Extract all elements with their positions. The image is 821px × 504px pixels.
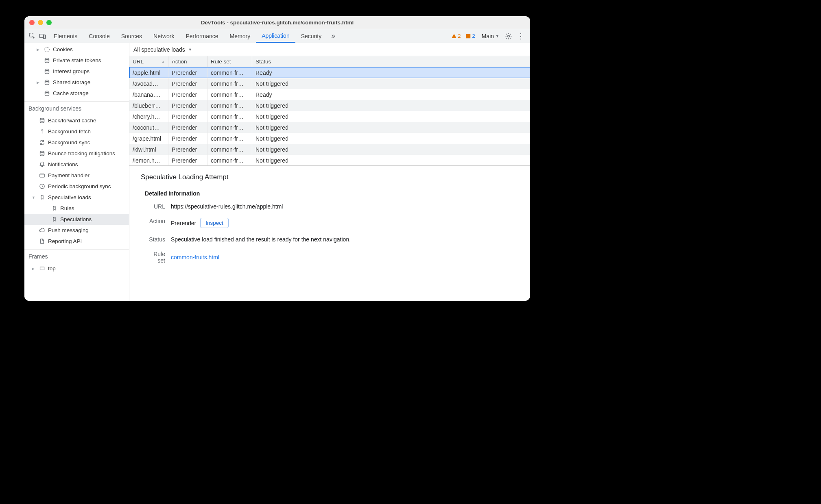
more-tabs-icon[interactable]: »: [327, 32, 339, 40]
table-row[interactable]: /avocad…Prerendercommon-fr…Not triggered: [129, 78, 530, 89]
detail-url-value: https://speculative-rules.glitch.me/appl…: [171, 203, 283, 210]
sidebar-item-label: Speculative loads: [48, 194, 91, 200]
kebab-menu-icon[interactable]: ⋮: [514, 32, 528, 41]
filter-dropdown[interactable]: All speculative loads ▼: [133, 46, 192, 53]
detail-ruleset-label: Rule set: [145, 251, 171, 264]
cell-ruleset: common-fr…: [207, 100, 252, 111]
sidebar-item-background-sync[interactable]: Background sync: [24, 137, 129, 148]
file-icon: [38, 238, 46, 245]
tab-elements[interactable]: Elements: [48, 29, 83, 43]
sidebar-item-private-state-tokens[interactable]: Private state tokens: [24, 55, 129, 66]
svg-point-8: [45, 80, 49, 82]
cell-status: Not triggered: [252, 78, 530, 89]
sidebar-item-periodic-background-sync[interactable]: Periodic background sync: [24, 181, 129, 192]
sidebar-item-shared-storage[interactable]: ▶Shared storage: [24, 77, 129, 88]
sidebar-item-speculations[interactable]: Speculations: [24, 214, 129, 225]
target-label: Main: [482, 33, 494, 39]
cell-action: Prerender: [168, 111, 207, 122]
detail-ruleset-link[interactable]: common-fruits.html: [171, 254, 219, 261]
table-row[interactable]: /grape.htmlPrerendercommon-fr…Not trigge…: [129, 133, 530, 144]
cell-ruleset: common-fr…: [207, 122, 252, 133]
column-ruleset[interactable]: Rule set: [207, 56, 252, 67]
table-row[interactable]: /cherry.h…Prerendercommon-fr…Not trigger…: [129, 111, 530, 122]
tab-memory[interactable]: Memory: [224, 29, 256, 43]
sidebar-item-cache-storage[interactable]: Cache storage: [24, 88, 129, 99]
application-sidebar: ▶CookiesPrivate state tokensInterest gro…: [24, 43, 129, 301]
svg-point-4: [508, 35, 510, 37]
cell-action: Prerender: [168, 78, 207, 89]
table-row[interactable]: /banana….Prerendercommon-fr…Ready: [129, 89, 530, 100]
target-selector[interactable]: Main ▼: [478, 33, 503, 39]
sidebar-item-push-messaging[interactable]: Push messaging: [24, 225, 129, 236]
table-row[interactable]: /lemon.h…Prerendercommon-fr…Not triggere…: [129, 155, 530, 165]
column-status[interactable]: Status: [252, 56, 530, 67]
spec-icon: [50, 205, 58, 212]
tab-performance[interactable]: Performance: [180, 29, 224, 43]
warnings-badge[interactable]: 2: [449, 33, 463, 39]
table-row[interactable]: /apple.htmlPrerendercommon-fr…Ready: [129, 67, 530, 78]
sidebar-item-bounce-tracking-mitigations[interactable]: Bounce tracking mitigations: [24, 148, 129, 159]
inspect-element-icon[interactable]: [27, 31, 37, 41]
svg-point-10: [40, 118, 44, 120]
sidebar-item-interest-groups[interactable]: Interest groups: [24, 66, 129, 77]
sidebar-item-top[interactable]: ▶top: [24, 263, 129, 274]
table-row[interactable]: /blueberr…Prerendercommon-fr…Not trigger…: [129, 100, 530, 111]
sidebar-item-label: Back/forward cache: [48, 117, 96, 124]
sidebar-item-back-forward-cache[interactable]: Back/forward cache: [24, 115, 129, 126]
tab-application[interactable]: Application: [256, 29, 295, 43]
speculation-detail: Speculative Loading Attempt Detailed inf…: [129, 166, 530, 301]
cell-url: /lemon.h…: [129, 155, 168, 165]
sidebar-item-notifications[interactable]: Notifications: [24, 159, 129, 170]
column-url[interactable]: URL ▲: [129, 56, 168, 67]
cell-action: Prerender: [168, 155, 207, 165]
traffic-lights: [29, 20, 52, 25]
sidebar-item-label: Payment handler: [48, 172, 90, 178]
cell-ruleset: common-fr…: [207, 111, 252, 122]
db-icon: [43, 90, 50, 97]
cell-action: Prerender: [168, 67, 207, 78]
sidebar-item-label: Interest groups: [53, 68, 90, 74]
minimize-icon[interactable]: [38, 20, 43, 25]
window-title: DevTools - speculative-rules.glitch.me/c…: [201, 20, 354, 26]
detail-subhead: Detailed information: [145, 190, 519, 197]
close-icon[interactable]: [29, 20, 35, 25]
cell-ruleset: common-fr…: [207, 78, 252, 89]
table-row[interactable]: /coconut…Prerendercommon-fr…Not triggere…: [129, 122, 530, 133]
zoom-icon[interactable]: [46, 20, 52, 25]
devtools-window: DevTools - speculative-rules.glitch.me/c…: [24, 16, 530, 301]
device-toggle-icon[interactable]: [37, 31, 48, 41]
sync-icon: [38, 139, 46, 146]
sidebar-item-speculative-loads[interactable]: ▼Speculative loads: [24, 192, 129, 203]
main-toolbar: ElementsConsoleSourcesNetworkPerformance…: [24, 29, 530, 43]
sidebar-item-label: Periodic background sync: [48, 183, 111, 189]
info-badge[interactable]: 2: [463, 33, 477, 39]
sidebar-item-cookies[interactable]: ▶Cookies: [24, 44, 129, 55]
sidebar-item-background-fetch[interactable]: Background fetch: [24, 126, 129, 137]
tab-sources[interactable]: Sources: [116, 29, 148, 43]
cell-action: Prerender: [168, 89, 207, 100]
column-ruleset-label: Rule set: [211, 59, 231, 65]
cell-url: /grape.html: [129, 133, 168, 144]
tab-security[interactable]: Security: [295, 29, 328, 43]
bell-icon: [38, 161, 46, 168]
arrow-icon: [38, 128, 46, 135]
tab-console[interactable]: Console: [83, 29, 115, 43]
sidebar-item-label: Cookies: [53, 46, 73, 52]
svg-rect-14: [40, 267, 44, 270]
main-panel: All speculative loads ▼ URL ▲ Action Rul…: [129, 43, 530, 301]
sidebar-item-rules[interactable]: Rules: [24, 203, 129, 214]
sidebar-item-reporting-api[interactable]: Reporting API: [24, 236, 129, 247]
settings-gear-icon[interactable]: [503, 31, 514, 41]
sidebar-item-label: Background sync: [48, 139, 90, 146]
sidebar-item-payment-handler[interactable]: Payment handler: [24, 170, 129, 181]
caret-down-icon: ▼: [32, 196, 36, 200]
tab-network[interactable]: Network: [148, 29, 180, 43]
detail-status-value: Speculative load finished and the result…: [171, 236, 351, 243]
column-action[interactable]: Action: [168, 56, 207, 67]
cell-url: /cherry.h…: [129, 111, 168, 122]
db-icon: [38, 117, 46, 124]
inspect-button[interactable]: Inspect: [200, 218, 229, 228]
sidebar-item-label: Cache storage: [53, 90, 89, 96]
table-row[interactable]: /kiwi.htmlPrerendercommon-fr…Not trigger…: [129, 144, 530, 155]
db-icon: [38, 150, 46, 157]
